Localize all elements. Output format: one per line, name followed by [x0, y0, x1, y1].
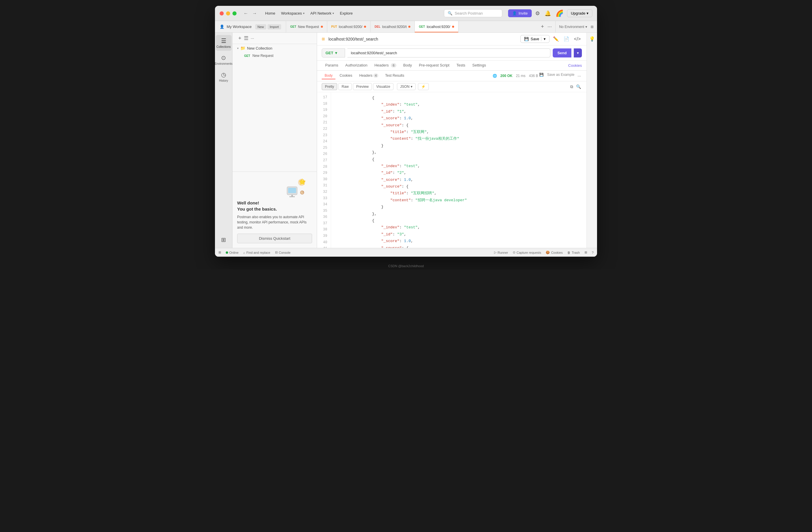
import-workspace-button[interactable]: Import	[267, 24, 281, 29]
svg-text:⭐: ⭐	[299, 178, 306, 185]
sidebar-header: + ☰ ···	[232, 33, 317, 44]
tab-method-get: GET	[290, 25, 296, 28]
send-options-button[interactable]: ▾	[574, 48, 582, 57]
env-select[interactable]: No Environment ▾ ⊞	[555, 21, 597, 32]
avatar-button[interactable]: 🌈	[554, 9, 565, 18]
invite-button[interactable]: 👤 Invite	[508, 9, 532, 17]
new-workspace-button[interactable]: New	[255, 24, 266, 29]
tab-authorization[interactable]: Authorization	[342, 61, 371, 70]
notifications-button[interactable]: 🔔	[543, 9, 552, 18]
save-example-text[interactable]: Save as Example	[547, 73, 574, 79]
resp-tab-body[interactable]: Body	[322, 72, 335, 79]
more-tabs-button[interactable]: ···	[546, 23, 553, 31]
capture-requests-button[interactable]: ⊙ Capture requests	[513, 250, 541, 254]
tab-params[interactable]: Params	[322, 61, 342, 70]
format-preview-button[interactable]: Preview	[353, 83, 372, 90]
send-button[interactable]: Send	[553, 48, 571, 57]
method-select[interactable]: GET ▾	[322, 48, 345, 57]
filter-collections-button[interactable]: ☰	[244, 35, 248, 41]
sidebar-item-environments[interactable]: ⊙ Environments	[216, 52, 232, 68]
nav-home[interactable]: Home	[263, 10, 278, 17]
response-status: 🌐 200 OK 21 ms 436 B	[493, 74, 538, 78]
tab-pre-request-script[interactable]: Pre-request Script	[415, 61, 453, 70]
tab-label: localhost:9200/	[339, 25, 363, 29]
back-button[interactable]: ←	[242, 10, 249, 17]
cookies-status-button[interactable]: 🍪 Cookies	[546, 250, 563, 254]
more-collections-button[interactable]: ···	[251, 36, 254, 41]
settings-button[interactable]: ⚙	[534, 9, 541, 18]
tab-put-localhost[interactable]: PUT localhost:9200/	[327, 21, 371, 32]
globe-icon: 🌐	[493, 74, 497, 78]
new-tab-button[interactable]: +	[540, 23, 545, 31]
code-button[interactable]: </>	[573, 35, 582, 43]
trash-button[interactable]: 🗑 Trash	[567, 251, 580, 254]
tab-unsaved-dot	[364, 26, 366, 28]
environments-label: Environments	[215, 62, 232, 65]
nav-workspaces[interactable]: Workspaces ▾	[279, 10, 307, 17]
sidebar-item-history[interactable]: ◷ History	[216, 69, 232, 85]
docs-button[interactable]: 📄	[562, 35, 570, 43]
close-button[interactable]	[220, 11, 224, 15]
collection-item-new[interactable]: ▾ 📁 New Collection	[232, 44, 317, 52]
runner-icon: ▷	[494, 250, 496, 254]
sidebar: + ☰ ··· ▾ 📁 New Collection GET New Reque…	[232, 33, 317, 248]
dismiss-quickstart-button[interactable]: Dismiss Quickstart	[237, 234, 312, 243]
tab-body[interactable]: Body	[400, 61, 416, 70]
maximize-button[interactable]	[232, 11, 236, 15]
code-line: "_id": "3",	[336, 231, 582, 238]
console-button[interactable]: ⊟ Console	[275, 250, 290, 254]
search-bar[interactable]: 🔍 Search Postman	[444, 9, 502, 17]
environments-icon: ⊙	[221, 54, 226, 61]
method-chevron-icon: ▾	[335, 51, 337, 55]
code-content: { "_index": "test", "_id": "1", "_score"…	[331, 92, 586, 248]
online-label: Online	[229, 251, 238, 254]
minimize-button[interactable]	[226, 11, 230, 15]
status-ok-text: 200 OK	[501, 74, 512, 78]
status-right-items: ▷ Runner ⊙ Capture requests 🍪 Cookies 🗑 …	[494, 250, 594, 254]
tab-get-localhost-search[interactable]: GET localhost:9200/	[415, 21, 458, 32]
format-visualize-button[interactable]: Visualize	[373, 83, 393, 90]
resp-tab-cookies[interactable]: Cookies	[337, 72, 355, 79]
format-pretty-button[interactable]: Pretty	[322, 83, 337, 90]
response-time: 21 ms	[516, 74, 526, 78]
edit-request-button[interactable]: ✏️	[552, 35, 560, 43]
tab-settings[interactable]: Settings	[469, 61, 489, 70]
traffic-lights	[220, 11, 236, 15]
format-raw-button[interactable]: Raw	[338, 83, 352, 90]
find-replace-button[interactable]: ⌕ Find and replace	[243, 251, 270, 254]
code-line: {	[336, 95, 582, 101]
upgrade-button[interactable]: Upgrade ▾	[567, 9, 592, 17]
code-line: {	[336, 217, 582, 224]
url-input[interactable]	[347, 48, 550, 57]
code-line: {	[336, 156, 582, 163]
cookies-link[interactable]: Cookies	[568, 61, 582, 70]
runner-button[interactable]: ▷ Runner	[494, 250, 508, 254]
resp-tab-test-results[interactable]: Test Results	[382, 72, 407, 79]
tab-tests[interactable]: Tests	[453, 61, 469, 70]
more-response-options-button[interactable]: ···	[577, 73, 582, 79]
add-collection-button[interactable]: +	[238, 35, 242, 41]
sidebar-item-collections[interactable]: ☰ Collections	[216, 35, 232, 51]
search-response-button[interactable]: 🔍	[575, 83, 582, 90]
grid-button[interactable]: ⊞	[584, 250, 587, 254]
toggle-sidebar-button[interactable]: ⊞	[218, 250, 221, 254]
format-type-select[interactable]: JSON ▾	[397, 83, 416, 90]
nav-explore[interactable]: Explore	[337, 10, 355, 17]
copy-response-button[interactable]: ⧉	[569, 83, 574, 90]
save-button[interactable]: 💾 Save ▾	[520, 35, 550, 43]
help-button[interactable]: ?	[592, 251, 594, 254]
svg-rect-6	[289, 196, 295, 197]
nav-api-network[interactable]: API Network ▾	[308, 10, 336, 17]
tab-del-localhost[interactable]: DEL localhost:9200/t	[371, 21, 415, 32]
filter-button[interactable]: ⚡	[418, 83, 429, 90]
tab-get-new-request[interactable]: GET New Request	[286, 21, 327, 32]
resp-tab-headers[interactable]: Headers 4	[357, 72, 381, 79]
sidebar-item-new[interactable]: ⊞	[216, 234, 232, 246]
tab-headers[interactable]: Headers 6	[371, 61, 400, 70]
request-header-actions: 💾 Save ▾ ✏️ 📄 </>	[520, 35, 582, 43]
lightbulb-button[interactable]: 💡	[588, 35, 596, 43]
code-line: "_index": "test",	[336, 163, 582, 170]
code-line: "_score": 1.0,	[336, 115, 582, 121]
request-item-new[interactable]: GET New Request	[232, 52, 317, 59]
forward-button[interactable]: →	[251, 10, 258, 17]
